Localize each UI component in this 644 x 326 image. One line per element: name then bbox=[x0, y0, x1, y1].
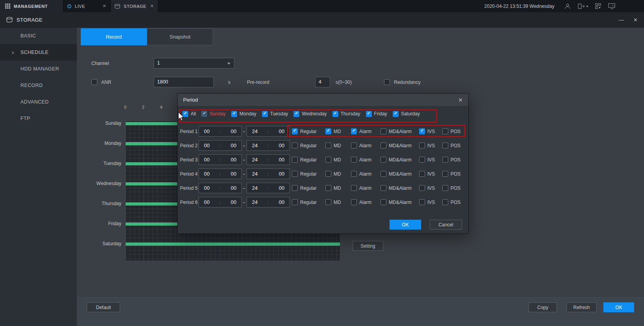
sidebar-item-schedule[interactable]: ›SCHEDULE bbox=[0, 44, 77, 61]
checkbox[interactable] bbox=[292, 171, 298, 177]
user-icon[interactable] bbox=[564, 3, 571, 9]
checkbox[interactable] bbox=[419, 171, 425, 177]
start-time-input[interactable]: 00:00 bbox=[199, 183, 242, 193]
type-checkbox-alarm[interactable]: Alarm bbox=[351, 185, 371, 191]
close-icon[interactable]: ✕ bbox=[633, 17, 638, 23]
end-time-input[interactable]: 24:00 bbox=[247, 154, 290, 165]
checkbox[interactable] bbox=[231, 111, 237, 117]
start-time-input[interactable]: 00:00 bbox=[199, 169, 242, 179]
sidebar-item-ftp[interactable]: FTP bbox=[0, 110, 77, 127]
sidebar-item-hdd-manager[interactable]: HDD MANAGER bbox=[0, 61, 77, 77]
checkbox[interactable] bbox=[442, 185, 448, 191]
end-time-input[interactable]: 24:00 bbox=[247, 183, 290, 193]
checkbox[interactable] bbox=[325, 157, 331, 163]
type-checkbox-alarm[interactable]: Alarm bbox=[351, 157, 371, 163]
checkbox[interactable] bbox=[380, 128, 386, 134]
copy-button[interactable]: Copy bbox=[529, 302, 557, 312]
tab-storage[interactable]: STORAGE ✕ bbox=[111, 0, 158, 12]
start-time-input[interactable]: 00:00 bbox=[199, 197, 242, 207]
qr-grid-icon[interactable] bbox=[595, 3, 601, 9]
ok-button[interactable]: OK bbox=[603, 302, 634, 312]
checkbox[interactable] bbox=[351, 143, 357, 148]
end-time-input[interactable]: 24:00 bbox=[247, 169, 290, 179]
type-checkbox-regular[interactable]: Regular bbox=[292, 185, 317, 191]
checkbox[interactable] bbox=[442, 128, 448, 134]
dialog-cancel-button[interactable]: Cancel bbox=[430, 220, 462, 230]
checkbox[interactable] bbox=[351, 171, 357, 177]
type-checkbox-regular[interactable]: Regular bbox=[292, 157, 317, 163]
tab-live[interactable]: LIVE ✕ bbox=[63, 0, 111, 12]
checkbox[interactable] bbox=[332, 111, 338, 117]
checkbox[interactable] bbox=[380, 171, 386, 177]
checkbox[interactable] bbox=[325, 143, 331, 148]
day-checkbox-monday[interactable]: Monday bbox=[231, 111, 256, 117]
type-checkbox-pos[interactable]: POS bbox=[442, 199, 460, 205]
minimize-icon[interactable]: — bbox=[619, 17, 624, 23]
checkbox[interactable] bbox=[419, 128, 425, 134]
redundancy-checkbox[interactable] bbox=[384, 79, 390, 85]
start-time-input[interactable]: 00:00 bbox=[199, 140, 242, 151]
type-checkbox-ivs[interactable]: IVS bbox=[419, 143, 435, 148]
type-checkbox-md[interactable]: MD bbox=[325, 157, 341, 163]
checkbox[interactable] bbox=[442, 199, 448, 205]
checkbox[interactable] bbox=[351, 128, 357, 134]
type-checkbox-pos[interactable]: POS bbox=[442, 143, 460, 148]
setting-button[interactable]: Setting bbox=[353, 241, 383, 251]
type-checkbox-md[interactable]: MD bbox=[325, 185, 341, 191]
start-time-input[interactable]: 00:00 bbox=[199, 154, 242, 165]
type-checkbox-regular[interactable]: Regular bbox=[292, 199, 317, 205]
day-checkbox-wednesday[interactable]: Wednesday bbox=[293, 111, 327, 117]
type-checkbox-pos[interactable]: POS bbox=[442, 185, 460, 191]
checkbox[interactable] bbox=[366, 111, 372, 117]
type-checkbox-md-alarm[interactable]: MD&Alarm bbox=[380, 171, 412, 177]
checkbox[interactable] bbox=[293, 111, 299, 117]
checkbox[interactable] bbox=[442, 171, 448, 177]
checkbox[interactable] bbox=[380, 199, 386, 205]
day-checkbox-tuesday[interactable]: Tuesday bbox=[262, 111, 288, 117]
checkbox[interactable] bbox=[325, 185, 331, 191]
start-time-input[interactable]: 00:00 bbox=[199, 126, 242, 137]
type-checkbox-ivs[interactable]: IVS bbox=[419, 185, 435, 191]
checkbox[interactable] bbox=[292, 199, 298, 205]
pre-record-input[interactable]: 4 bbox=[315, 77, 330, 87]
checkbox[interactable] bbox=[380, 185, 386, 191]
type-checkbox-md-alarm[interactable]: MD&Alarm bbox=[380, 199, 412, 205]
close-tab-icon[interactable]: ✕ bbox=[150, 4, 154, 9]
close-tab-icon[interactable]: ✕ bbox=[102, 4, 106, 9]
type-checkbox-md-alarm[interactable]: MD&Alarm bbox=[380, 185, 412, 191]
checkbox[interactable] bbox=[325, 199, 331, 205]
type-checkbox-regular[interactable]: Regular bbox=[292, 143, 317, 148]
checkbox[interactable] bbox=[380, 157, 386, 163]
checkbox[interactable] bbox=[419, 185, 425, 191]
checkbox[interactable] bbox=[419, 143, 425, 148]
anr-checkbox[interactable] bbox=[91, 79, 97, 85]
type-checkbox-md[interactable]: MD bbox=[325, 199, 341, 205]
sidebar-item-advanced[interactable]: ADVANCED bbox=[0, 94, 77, 110]
tab-record[interactable]: Record bbox=[81, 28, 147, 45]
type-checkbox-md[interactable]: MD bbox=[325, 171, 341, 177]
type-checkbox-md-alarm[interactable]: MD&Alarm bbox=[380, 157, 412, 163]
type-checkbox-pos[interactable]: POS bbox=[442, 128, 460, 134]
end-time-input[interactable]: 24:00 bbox=[247, 126, 290, 137]
checkbox[interactable] bbox=[351, 199, 357, 205]
checkbox[interactable] bbox=[292, 143, 298, 148]
type-checkbox-alarm[interactable]: Alarm bbox=[351, 143, 371, 148]
type-checkbox-regular[interactable]: Regular bbox=[292, 128, 317, 134]
type-checkbox-pos[interactable]: POS bbox=[442, 171, 460, 177]
checkbox[interactable] bbox=[292, 185, 298, 191]
refresh-button[interactable]: Refresh bbox=[566, 302, 597, 312]
checkbox[interactable] bbox=[380, 143, 386, 148]
dialog-ok-button[interactable]: OK bbox=[390, 220, 421, 230]
checkbox[interactable] bbox=[442, 157, 448, 163]
checkbox[interactable] bbox=[262, 111, 268, 117]
anr-input[interactable]: 1800 bbox=[154, 77, 214, 87]
checkbox[interactable] bbox=[292, 128, 298, 134]
day-checkbox-sunday[interactable]: Sunday bbox=[201, 111, 226, 117]
checkbox[interactable] bbox=[419, 199, 425, 205]
default-button[interactable]: Default bbox=[87, 302, 120, 312]
type-checkbox-alarm[interactable]: Alarm bbox=[351, 199, 371, 205]
sidebar-item-record[interactable]: RECORD bbox=[0, 77, 77, 94]
checkbox[interactable] bbox=[182, 111, 188, 117]
type-checkbox-md[interactable]: MD bbox=[325, 143, 341, 148]
type-checkbox-ivs[interactable]: IVS bbox=[419, 157, 435, 163]
